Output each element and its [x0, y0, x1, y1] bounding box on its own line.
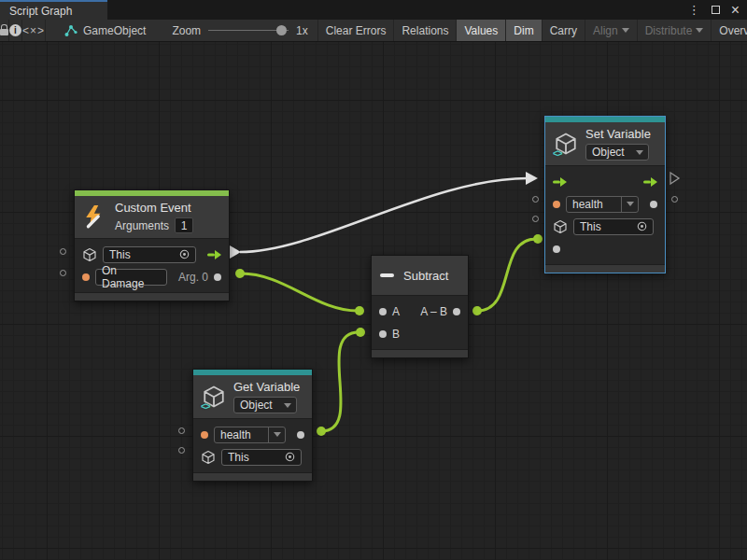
- tab-label: Script Graph: [9, 5, 72, 18]
- dropdown-split[interactable]: [268, 427, 281, 442]
- button-label: Overv: [719, 24, 747, 37]
- dropdown-value: health: [572, 198, 603, 211]
- node-title: Subtract: [403, 269, 448, 283]
- close-icon[interactable]: ×: [731, 3, 740, 18]
- port-ring[interactable]: [532, 216, 539, 222]
- graph-canvas[interactable]: Custom Event Arguments 1 This: [0, 42, 747, 560]
- value-output-port[interactable]: [650, 201, 657, 208]
- lock-button[interactable]: [0, 20, 9, 41]
- node-subtract[interactable]: Subtract A A – B B: [371, 255, 469, 358]
- chevron-down-icon: [622, 28, 629, 33]
- inspect-button[interactable]: i: [9, 20, 22, 41]
- maximize-icon[interactable]: [712, 6, 720, 14]
- chevron-down-icon: [636, 150, 643, 155]
- field-value: On Damage: [102, 264, 161, 290]
- port-ring[interactable]: [671, 196, 678, 203]
- flow-input-port[interactable]: [553, 177, 567, 187]
- zoom-slider-knob[interactable]: [276, 25, 287, 35]
- graph-toolbar: i <×> GameObject Zoom 1x Clear Errors: [0, 20, 747, 42]
- port-ring[interactable]: [532, 196, 539, 203]
- window-controls: ⋮ ×: [688, 0, 747, 20]
- zoom-value: 1x: [296, 24, 308, 37]
- chevron-down-icon: [627, 202, 634, 206]
- wire-arg0-to-subtract-a: [241, 273, 358, 311]
- event-name-field[interactable]: On Damage: [95, 269, 167, 286]
- relations-button[interactable]: Relations: [394, 20, 457, 41]
- node-footer: [545, 264, 665, 273]
- cube-icon: [553, 219, 568, 234]
- wire-endpoint[interactable]: [355, 306, 364, 315]
- graph-target-selector[interactable]: GameObject: [46, 20, 159, 41]
- port-ring[interactable]: [178, 427, 185, 434]
- kebab-menu-icon[interactable]: ⋮: [688, 4, 700, 16]
- object-picker-icon[interactable]: [179, 249, 190, 259]
- flow-output-port[interactable]: [643, 177, 657, 187]
- result-output-port[interactable]: [453, 308, 460, 315]
- input-b-port[interactable]: [379, 330, 387, 338]
- wire-endpoint[interactable]: [472, 306, 482, 315]
- carry-toggle[interactable]: Carry: [543, 20, 585, 41]
- lock-icon: [0, 29, 8, 35]
- arguments-input[interactable]: 1: [175, 217, 193, 233]
- name-input-port[interactable]: [553, 201, 560, 208]
- node-body: A A – B B: [372, 296, 468, 349]
- zoom-slider[interactable]: [208, 30, 289, 31]
- node-title: Get Variable: [233, 380, 300, 394]
- overview-button[interactable]: Overv: [712, 20, 747, 41]
- wire-endpoint[interactable]: [317, 427, 326, 436]
- chevron-down-icon: [696, 28, 703, 33]
- dropdown-split[interactable]: [621, 197, 634, 212]
- event-port[interactable]: [82, 273, 90, 281]
- target-field[interactable]: This: [573, 218, 654, 235]
- field-value: This: [109, 248, 131, 261]
- flow-output-port-empty[interactable]: [670, 173, 679, 184]
- titlebar: Script Graph ⋮ ×: [0, 0, 747, 20]
- wire-endpoint[interactable]: [356, 328, 365, 337]
- variable-icon: <>: [554, 132, 578, 156]
- name-input-port[interactable]: [201, 431, 208, 439]
- edit-graph-button[interactable]: <×>: [22, 20, 46, 41]
- wire-endpoint[interactable]: [235, 269, 245, 278]
- value-input-port[interactable]: [553, 245, 560, 253]
- arguments-label: Arguments: [115, 219, 169, 232]
- port-ring[interactable]: [60, 248, 66, 255]
- arg-output-port[interactable]: [214, 273, 221, 281]
- values-toggle[interactable]: Values: [457, 20, 506, 41]
- target-field[interactable]: This: [103, 246, 196, 263]
- variable-name-dropdown[interactable]: health: [214, 427, 286, 443]
- target-field[interactable]: This: [221, 449, 302, 466]
- flow-output-port[interactable]: [207, 250, 221, 259]
- button-label: Relations: [402, 24, 448, 37]
- graph-target-label: GameObject: [83, 24, 146, 37]
- object-picker-icon[interactable]: [637, 221, 647, 231]
- dropdown-value: Object: [240, 399, 273, 412]
- variable-kind-dropdown[interactable]: Object: [233, 397, 297, 413]
- clear-errors-button[interactable]: Clear Errors: [318, 20, 395, 41]
- align-dropdown[interactable]: Align: [585, 20, 638, 41]
- input-a-port[interactable]: [379, 308, 387, 315]
- arg-port-label: Arg. 0: [178, 271, 208, 284]
- toolbar-buttons: Clear Errors Relations Values Dim Carry …: [317, 20, 747, 41]
- flow-input-arrow-port[interactable]: [526, 172, 538, 185]
- node-get-variable[interactable]: <> Get Variable Object health: [192, 369, 313, 482]
- dim-toggle[interactable]: Dim: [506, 20, 542, 41]
- variable-kind-dropdown[interactable]: Object: [585, 144, 649, 161]
- port-ring[interactable]: [178, 447, 185, 454]
- button-label: Distribute: [645, 24, 693, 37]
- node-set-variable[interactable]: <> Set Variable Object: [544, 116, 666, 273]
- gameobject-icon: [64, 24, 78, 37]
- port-ring[interactable]: [60, 270, 66, 276]
- tab-script-graph[interactable]: Script Graph: [0, 0, 107, 20]
- wire-endpoint[interactable]: [533, 234, 543, 244]
- input-b-label: B: [392, 328, 400, 341]
- code-icon: <×>: [22, 24, 45, 37]
- object-picker-icon[interactable]: [285, 452, 295, 462]
- distribute-dropdown[interactable]: Distribute: [638, 20, 712, 41]
- node-custom-event[interactable]: Custom Event Arguments 1 This: [74, 189, 230, 301]
- wire-getvariable-to-subtract-b: [321, 332, 359, 431]
- zoom-label: Zoom: [172, 24, 201, 37]
- flow-output-arrow-port[interactable]: [230, 245, 241, 259]
- value-output-port[interactable]: [297, 431, 304, 439]
- variable-name-dropdown[interactable]: health: [566, 196, 639, 213]
- node-footer: [372, 349, 468, 357]
